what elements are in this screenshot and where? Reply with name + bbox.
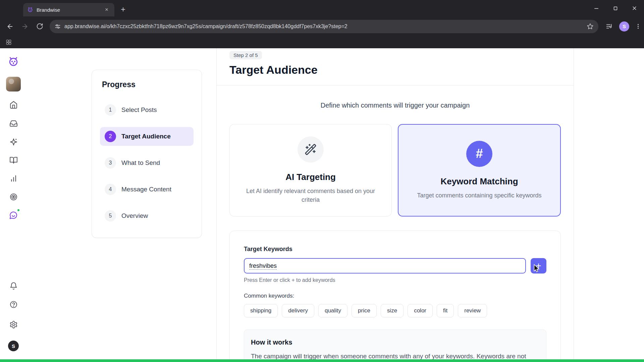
- step-number: 5: [105, 210, 116, 222]
- option-keyword-matching[interactable]: # Keyword Matching Target comments conta…: [398, 124, 561, 217]
- apps-grid-icon[interactable]: [1, 35, 16, 50]
- progress-step-target-audience[interactable]: 2 Target Audience: [100, 127, 194, 146]
- keyword-chip[interactable]: review: [458, 304, 487, 317]
- app-viewport: S Progress 1 Select Posts 2 Target Audie…: [0, 48, 644, 362]
- forward-button[interactable]: [17, 19, 32, 34]
- sidebar-item-help[interactable]: [6, 297, 21, 312]
- option-desc: Let AI identify relevant comments based …: [245, 187, 377, 204]
- brandwise-logo-icon[interactable]: [6, 54, 21, 69]
- common-keywords-label: Common keywords:: [244, 293, 546, 299]
- header-divider: [217, 85, 574, 85]
- browser-toolbar: app.brandwise.ai/o/kh7czxc25zbktfnh718pz…: [0, 16, 644, 36]
- bookmark-star-icon[interactable]: [587, 23, 594, 30]
- sidebar-item-library[interactable]: [6, 153, 21, 167]
- step-number: 3: [105, 157, 116, 169]
- sidebar-item-ai[interactable]: [6, 134, 21, 149]
- step-label: Message Content: [121, 186, 171, 193]
- media-controls-icon[interactable]: [602, 19, 616, 34]
- option-ai-targeting[interactable]: AI Targeting Let AI identify relevant co…: [229, 124, 392, 217]
- toolbar-right: S: [602, 19, 644, 34]
- step-label: Target Audience: [121, 133, 171, 140]
- page-title: Target Audience: [229, 63, 561, 76]
- site-settings-icon[interactable]: [54, 23, 61, 30]
- minimize-button[interactable]: [587, 0, 606, 16]
- step-number: 2: [105, 131, 116, 142]
- browser-menu-icon[interactable]: [632, 19, 644, 34]
- keyword-chip[interactable]: shipping: [244, 304, 278, 317]
- maximize-button[interactable]: [606, 0, 625, 16]
- add-keyword-button[interactable]: +: [531, 258, 546, 274]
- progress-step-overview[interactable]: 5 Overview: [100, 206, 194, 225]
- keyword-input-value: freshvibes: [249, 262, 277, 269]
- targeting-options: AI Targeting Let AI identify relevant co…: [229, 124, 561, 217]
- browser-profile-avatar[interactable]: S: [619, 21, 629, 32]
- sidebar-item-settings[interactable]: [6, 317, 21, 332]
- workspace-avatar[interactable]: [6, 77, 21, 92]
- keyword-chip[interactable]: fit: [437, 304, 454, 317]
- keyword-input[interactable]: freshvibes: [244, 258, 526, 274]
- progress-step-message-content[interactable]: 4 Message Content: [100, 180, 194, 199]
- step-number: 1: [105, 104, 116, 116]
- tab-close-icon[interactable]: ×: [103, 6, 110, 13]
- progress-step-what-to-send[interactable]: 3 What to Send: [100, 154, 194, 172]
- progress-step-select-posts[interactable]: 1 Select Posts: [100, 101, 194, 119]
- step-badge: Step 2 of 5: [229, 51, 262, 59]
- sidebar-item-notifications[interactable]: [6, 278, 21, 293]
- workspace-avatar-image: [6, 77, 21, 92]
- option-desc: Target comments containing specific keyw…: [417, 191, 541, 200]
- how-it-works-title: How it works: [251, 339, 539, 346]
- tab-title: Brandwise: [37, 7, 100, 13]
- window-close-button[interactable]: [625, 0, 644, 16]
- tab-strip: Brandwise × +: [0, 0, 644, 16]
- section-subtitle: Define which comments will trigger your …: [229, 102, 561, 109]
- how-it-works-box: How it works The campaign will trigger w…: [244, 329, 546, 362]
- wand-sparkles-icon: [298, 136, 324, 163]
- sidebar-item-inbox[interactable]: [6, 116, 21, 131]
- url-text[interactable]: app.brandwise.ai/o/kh7czxc25zbktfnh718pz…: [64, 23, 587, 29]
- step-label: What to Send: [121, 159, 160, 167]
- keyword-chip[interactable]: delivery: [282, 304, 314, 317]
- keyword-chip[interactable]: size: [381, 304, 404, 317]
- step-label: Overview: [121, 212, 148, 220]
- screen-share-indicator-bar: [0, 359, 644, 362]
- new-tab-button[interactable]: +: [118, 4, 128, 14]
- reload-button[interactable]: [32, 19, 47, 34]
- keyword-chip[interactable]: quality: [318, 304, 347, 317]
- sidebar-item-home[interactable]: [6, 97, 21, 112]
- favicon-owl-icon: [27, 7, 33, 13]
- option-title: AI Targeting: [285, 172, 336, 182]
- keyword-hint: Press Enter or click + to add keywords: [244, 277, 546, 283]
- user-initial: S: [8, 341, 19, 351]
- keywords-section: Target Keywords freshvibes + Press Enter…: [229, 231, 561, 362]
- back-button[interactable]: [3, 19, 17, 34]
- window-controls: [587, 0, 644, 16]
- keyword-chip[interactable]: price: [352, 304, 377, 317]
- step-number: 4: [105, 184, 116, 195]
- keyword-input-row: freshvibes +: [244, 258, 546, 274]
- keyword-chip[interactable]: color: [408, 304, 433, 317]
- option-title: Keyword Matching: [440, 176, 518, 187]
- sidebar-item-campaigns[interactable]: [6, 208, 21, 223]
- app-sidebar: S: [0, 48, 27, 362]
- notification-dot: [17, 208, 20, 212]
- browser-chrome: Brandwise × +: [0, 0, 644, 48]
- progress-panel: Progress 1 Select Posts 2 Target Audienc…: [92, 70, 202, 238]
- browser-tab[interactable]: Brandwise ×: [23, 3, 114, 16]
- bookmarks-bar: [0, 36, 644, 48]
- user-avatar[interactable]: S: [6, 339, 21, 353]
- common-keyword-chips: shipping delivery quality price size col…: [244, 304, 546, 317]
- address-bar[interactable]: app.brandwise.ai/o/kh7czxc25zbktfnh718pz…: [50, 20, 598, 33]
- sidebar-item-analytics[interactable]: [6, 171, 21, 186]
- keywords-label: Target Keywords: [244, 246, 546, 253]
- campaign-step-panel: Step 2 of 5 Target Audience Define which…: [216, 48, 574, 362]
- progress-title: Progress: [102, 80, 192, 89]
- sidebar-item-targeting[interactable]: [6, 189, 21, 204]
- hash-icon: #: [466, 141, 492, 167]
- step-label: Select Posts: [121, 106, 157, 114]
